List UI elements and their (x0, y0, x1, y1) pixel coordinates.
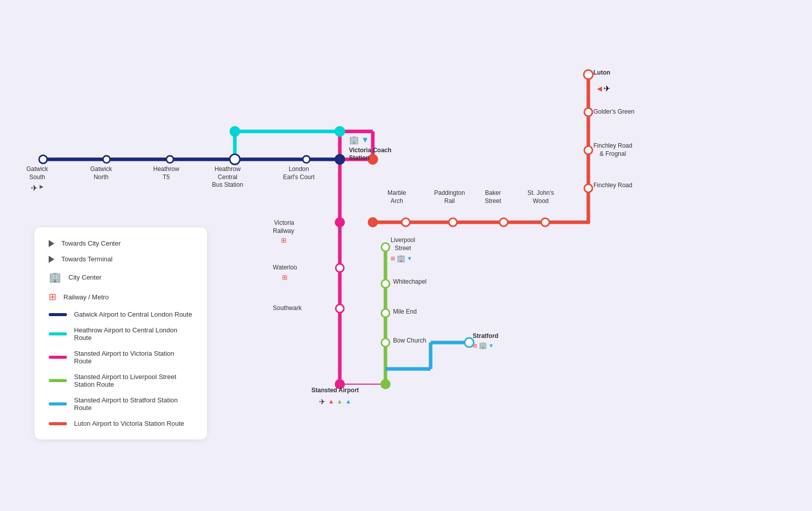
svg-point-34 (402, 218, 410, 226)
legend-stansted-stratford-route: Stansted Airport to Stratford Station Ro… (49, 396, 193, 412)
label-gatwick-south: Gatwick South ✈ ▶ (26, 165, 48, 194)
label-baker-street: BakerStreet (485, 189, 501, 205)
legend-towards-terminal-label: Towards Terminal (61, 255, 113, 263)
svg-point-37 (541, 218, 549, 226)
label-victoria-railway: Victoria Railway ⊞ (273, 219, 294, 245)
label-bow-church: Bow Church (393, 337, 426, 345)
svg-point-17 (230, 154, 240, 164)
label-gatwick-north: Gatwick North (90, 165, 112, 181)
svg-point-16 (166, 156, 173, 163)
svg-point-28 (381, 380, 390, 389)
svg-point-14 (39, 155, 47, 163)
svg-point-35 (449, 218, 457, 226)
arrow-terminal-icon (49, 256, 54, 263)
svg-point-21 (335, 127, 344, 136)
label-stratford: Stratford ⊞ 🏢 ▼ (473, 332, 499, 350)
label-whitechapel: Whitechapel (393, 278, 427, 286)
label-luton: Luton (593, 69, 610, 77)
label-paddington-rail: PaddingtonRail (434, 189, 465, 205)
legend-stansted-victoria-label: Stansted Airport to Victoria Station Rou… (74, 350, 193, 365)
label-southwark: Southwark (273, 304, 302, 313)
svg-point-20 (230, 127, 239, 136)
svg-point-31 (381, 309, 390, 317)
legend-box: Towards City Center Towards Terminal 🏢 C… (34, 227, 207, 439)
stansted-victoria-line-icon (49, 356, 67, 359)
label-waterloo: Waterloo ⊞ (273, 264, 297, 282)
building-city-icon: 🏢 (49, 271, 61, 283)
legend-heathrow-label: Heathrow Airport to Central London Route (74, 326, 193, 342)
label-heathrow-t5: Heathrow T5 (153, 165, 179, 181)
svg-point-26 (336, 304, 344, 313)
label-marble-arch: MarbleArch (387, 189, 406, 205)
legend-railway-metro-label: Railway / Metro (63, 293, 109, 301)
label-victoria-coach: 🏢 ▼ Victoria CoachStation (349, 135, 392, 162)
stansted-liverpool-line-icon (49, 379, 67, 382)
label-stansted: Stansted Airport ✈ ▲ ▲ ▲ (311, 387, 359, 406)
label-earls-court: London Earl's Court (283, 165, 314, 181)
legend-gatwick-route: Gatwick Airport to Central London Route (49, 311, 193, 318)
svg-point-36 (500, 218, 508, 226)
svg-point-18 (303, 156, 310, 163)
label-mile-end: Mile End (393, 308, 417, 316)
svg-point-39 (584, 146, 592, 154)
legend-luton-route: Luton Airport to Victoria Station Route (49, 420, 193, 427)
legend-luton-label: Luton Airport to Victoria Station Route (74, 420, 184, 427)
svg-point-25 (336, 264, 344, 272)
rail-metro-icon: ⊞ (49, 291, 56, 302)
svg-point-30 (381, 280, 390, 288)
legend-heathrow-route: Heathrow Airport to Central London Route (49, 326, 193, 342)
svg-point-41 (584, 70, 593, 79)
svg-point-23 (335, 218, 344, 227)
legend-railway-metro: ⊞ Railway / Metro (49, 291, 193, 302)
legend-gatwick-label: Gatwick Airport to Central London Route (74, 311, 192, 318)
label-st-johns-wood: St. John'sWood (527, 189, 554, 205)
stansted-stratford-line-icon (49, 402, 67, 405)
legend-towards-city-label: Towards City Center (61, 240, 121, 247)
map-container: Gatwick South ✈ ▶ Gatwick North Heathrow… (0, 0, 812, 511)
svg-point-32 (381, 338, 390, 347)
svg-point-29 (381, 243, 390, 251)
svg-point-38 (584, 184, 592, 192)
label-finchley-road-frognal: Finchley Road& Frognal (593, 142, 632, 158)
label-golders-green: Golder's Green (593, 108, 634, 116)
label-finchley-road: Finchley Road (593, 182, 632, 190)
svg-point-40 (584, 108, 592, 116)
legend-stansted-stratford-label: Stansted Airport to Stratford Station Ro… (74, 396, 193, 412)
legend-towards-city: Towards City Center (49, 240, 193, 247)
svg-point-15 (103, 156, 110, 163)
legend-stansted-liverpool-route: Stansted Airport to Liverpool Street Sta… (49, 373, 193, 388)
label-heathrow-central: Heathrow Central Bus Station (212, 165, 243, 189)
legend-stansted-liverpool-label: Stansted Airport to Liverpool Street Sta… (74, 373, 193, 388)
label-liverpool-street: Liverpool Street ⊞ 🏢 ▼ (391, 236, 415, 263)
legend-stansted-victoria-route: Stansted Airport to Victoria Station Rou… (49, 350, 193, 365)
gatwick-line-icon (49, 313, 67, 316)
heathrow-line-icon (49, 332, 67, 335)
legend-towards-terminal: Towards Terminal (49, 255, 193, 263)
legend-city-center: 🏢 City Center (49, 271, 193, 283)
svg-point-19 (335, 155, 344, 164)
svg-point-24 (368, 218, 377, 227)
arrow-city-icon (49, 240, 54, 247)
legend-city-center-label: City Center (68, 274, 101, 281)
luton-line-icon (49, 422, 67, 425)
